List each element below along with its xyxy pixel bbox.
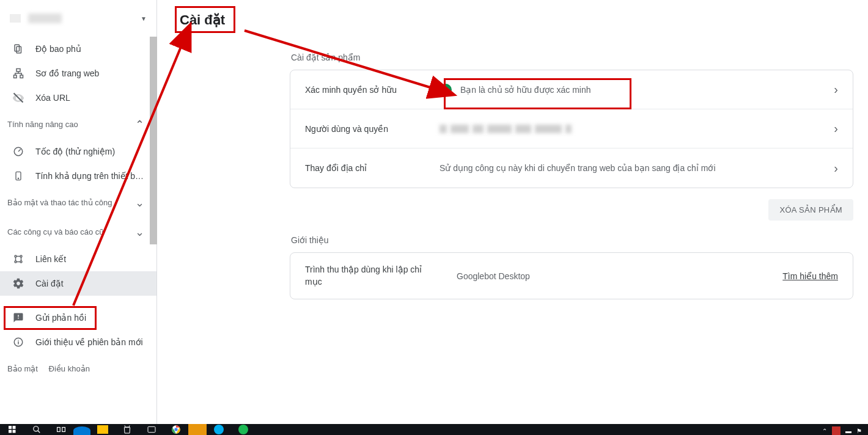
chevron-right-icon: › [834,161,838,175]
nav-label: Cài đặt [35,279,64,288]
svg-point-11 [20,261,22,263]
caret-down-icon: ▼ [141,15,147,22]
taskbar-app[interactable] [139,424,164,435]
sidebar-item-remove-url[interactable]: Xóa URL [0,86,156,110]
nav-label: Xóa URL [35,93,70,103]
svg-rect-16 [13,426,16,429]
nav-label: Sơ đồ trang web [35,68,99,78]
property-picker[interactable]: ▼ [0,0,156,37]
nav-label: Liên kết [35,254,66,264]
remove-product-button[interactable]: XÓA SẢN PHẨM [768,199,853,221]
row-value: Sử dụng công cụ này khi di chuyển trang … [440,163,829,173]
footer-terms-link[interactable]: Điều khoản [49,364,90,373]
ownership-status-text: Bạn là chủ sở hữu được xác minh [460,85,591,95]
sidebar-item-settings[interactable]: Cài đặt [0,271,156,296]
sidebar-item-sitemap[interactable]: Sơ đồ trang web [0,61,156,86]
svg-rect-21 [62,428,65,432]
learn-more-link[interactable]: Tìm hiểu thêm [782,271,838,281]
task-view-icon[interactable] [49,424,73,435]
section-legacy[interactable]: Các công cụ và báo cáo cũ ⌄ [0,218,156,247]
row-title: Trình thu thập dùng khi lập chỉ mục [305,264,440,288]
tray-app-icon[interactable] [832,426,840,435]
sidebar-item-about[interactable]: Giới thiệu về phiên bản mới [0,330,156,354]
nav-label: Độ bao phủ [35,44,81,54]
check-icon [440,84,452,96]
row-value: Bạn là chủ sở hữu được xác minh [440,84,829,96]
sidebar-item-feedback[interactable]: Gửi phản hồi [0,305,156,330]
row-title: Thay đổi địa chỉ [305,163,440,173]
section-security[interactable]: Bảo mật và thao tác thủ công ⌄ [0,188,156,218]
chevron-up-icon: ⌃ [135,118,144,131]
sitemap-icon [12,67,24,79]
chevron-down-icon: ⌄ [135,196,144,210]
sidebar-item-mobile[interactable]: Tính khả dụng trên thiết bị... [0,164,156,188]
main-content: Cài đặt Cài đặt sản phẩm Xác minh quyền … [165,0,868,424]
section-label-product: Cài đặt sản phẩm [291,53,853,62]
row-users[interactable]: Người dùng và quyền › [290,109,853,148]
start-button[interactable] [0,424,24,435]
svg-point-7 [18,178,18,178]
sidebar-item-coverage[interactable]: Độ bao phủ [0,37,156,61]
row-address-change[interactable]: Thay đổi địa chỉ Sử dụng công cụ này khi… [290,148,853,188]
chevron-down-icon: ⌄ [135,225,144,239]
taskbar-app[interactable] [90,424,115,435]
nav-label: Tốc độ (thử nghiệm) [35,147,115,156]
section-label-about: Giới thiệu [291,235,853,245]
property-icon [10,14,21,23]
taskbar-app[interactable] [73,426,90,435]
search-icon[interactable] [24,424,49,435]
page-title: Cài đặt [165,0,240,38]
nav-label: Gửi phản hồi [35,313,86,323]
speed-icon [12,145,24,158]
tray-chevron-icon[interactable]: ⌃ [822,428,827,434]
gear-icon [12,277,24,290]
svg-rect-17 [9,430,12,433]
taskbar-app[interactable] [115,424,139,435]
taskbar-skype[interactable] [207,424,231,435]
svg-rect-20 [57,428,61,432]
mobile-icon [12,170,24,182]
svg-point-8 [15,255,17,257]
nav-label: Tính khả dụng trên thiết bị... [35,171,144,181]
sidebar-item-links[interactable]: Liên kết [0,247,156,271]
system-tray[interactable]: ⌃ ▬ ⚑ [820,426,868,435]
taskbar-app[interactable] [188,424,207,435]
links-icon [12,253,24,265]
sidebar-item-speed[interactable]: Tốc độ (thử nghiệm) [0,139,156,164]
svg-point-10 [15,261,17,263]
taskbar-spotify[interactable] [231,424,256,435]
svg-rect-22 [148,426,155,432]
chevron-right-icon: › [834,82,838,97]
row-value-blurred [440,125,829,133]
property-name-blurred [28,13,62,23]
nav-label: Giới thiệu về phiên bản mới [35,337,143,347]
remove-icon [12,92,24,104]
about-card: Trình thu thập dùng khi lập chỉ mục Goog… [290,252,853,299]
svg-rect-18 [13,430,16,433]
coverage-icon [12,43,24,55]
sidebar-footer: Bảo mật Điều khoản [0,354,156,383]
tray-app-icon[interactable]: ⚑ [856,428,862,434]
svg-rect-2 [17,69,20,72]
footer-privacy-link[interactable]: Bảo mật [7,364,38,373]
svg-rect-4 [20,75,23,78]
svg-rect-3 [14,75,17,78]
tray-app-icon[interactable]: ▬ [845,428,851,434]
row-ownership[interactable]: Xác minh quyền sở hữu Bạn là chủ sở hữu … [290,70,853,109]
svg-rect-15 [9,426,12,429]
svg-point-9 [20,255,22,257]
feedback-icon [12,312,24,324]
chevron-right-icon: › [834,122,838,136]
crawler-value: Googlebot Desktop [457,271,530,281]
product-settings-card: Xác minh quyền sở hữu Bạn là chủ sở hữu … [290,70,853,188]
info-icon [12,336,24,348]
row-title: Xác minh quyền sở hữu [305,85,440,95]
taskbar-chrome[interactable] [164,424,188,435]
row-crawler: Trình thu thập dùng khi lập chỉ mục Goog… [290,253,853,299]
scrollbar-thumb[interactable] [150,37,157,244]
svg-point-24 [174,428,177,431]
section-advanced[interactable]: Tính năng nâng cao ⌃ [0,110,156,139]
windows-taskbar[interactable]: ⌃ ▬ ⚑ [0,424,868,435]
sidebar: ▼ Độ bao phủ Sơ đồ trang web Xóa URL Tín… [0,0,157,424]
svg-point-19 [34,426,39,431]
